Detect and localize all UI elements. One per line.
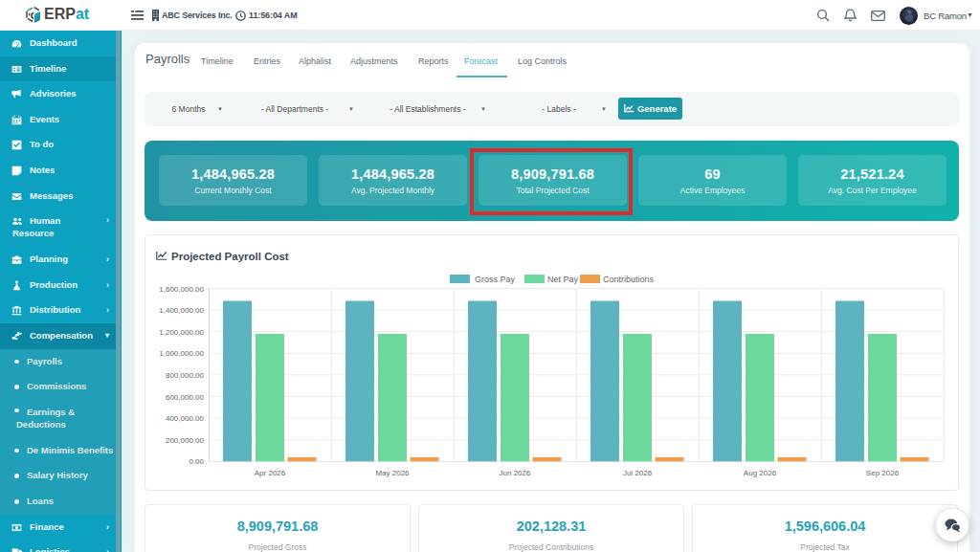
svg-text:1,600,000.00: 1,600,000.00 <box>159 285 204 294</box>
svg-text:Net Pay: Net Pay <box>547 275 579 284</box>
svg-text:1,400,000.00: 1,400,000.00 <box>159 306 204 315</box>
svg-text:800,000.00: 800,000.00 <box>166 371 205 380</box>
svg-text:0.00: 0.00 <box>189 457 204 466</box>
svg-text:400,000.00: 400,000.00 <box>166 414 205 423</box>
svg-text:Contributions: Contributions <box>603 275 655 284</box>
svg-text:Jun 2026: Jun 2026 <box>500 469 531 477</box>
svg-text:1,200,000.00: 1,200,000.00 <box>159 328 204 337</box>
svg-text:600,000.00: 600,000.00 <box>166 393 205 402</box>
svg-text:Sep 2026: Sep 2026 <box>866 469 900 477</box>
svg-text:Jul 2026: Jul 2026 <box>623 469 653 477</box>
svg-text:Gross Pay: Gross Pay <box>475 275 516 284</box>
svg-text:Apr 2026: Apr 2026 <box>255 469 286 477</box>
svg-text:200,000.00: 200,000.00 <box>166 436 205 445</box>
svg-text:May 2026: May 2026 <box>375 469 410 477</box>
svg-text:Aug 2026: Aug 2026 <box>744 469 777 477</box>
svg-text:1,000,000.00: 1,000,000.00 <box>159 349 204 358</box>
